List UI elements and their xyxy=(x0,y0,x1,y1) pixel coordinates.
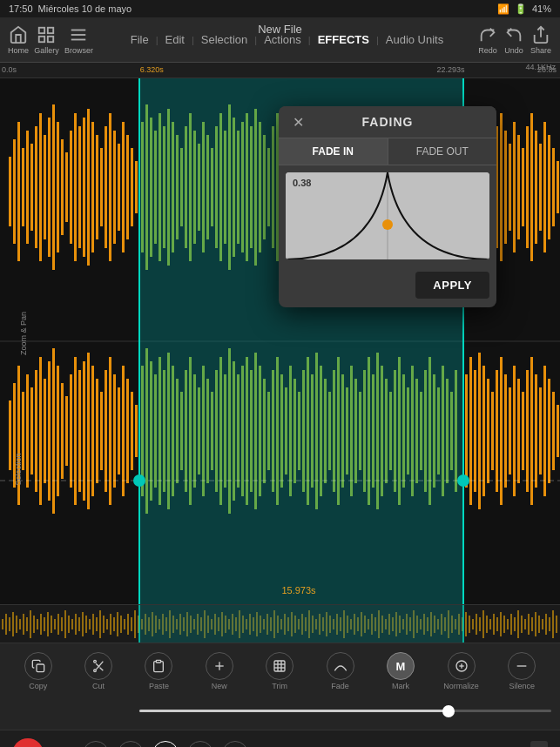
svg-rect-238 xyxy=(465,374,468,488)
svg-rect-420 xyxy=(524,619,526,629)
record-button[interactable] xyxy=(12,738,44,748)
svg-text:15.973s: 15.973s xyxy=(281,585,316,596)
svg-rect-244 xyxy=(491,392,494,470)
svg-rect-31 xyxy=(105,126,107,248)
redo-button[interactable]: Redo xyxy=(478,25,497,55)
svg-rect-287 xyxy=(61,617,63,631)
mark-label: Mark xyxy=(392,682,409,690)
rewind2-button[interactable]: « xyxy=(83,741,109,748)
share-button[interactable]: Share xyxy=(530,25,551,55)
nav-icons: Home Gallery Browser xyxy=(0,25,96,55)
tool-normalize[interactable]: Normalize xyxy=(443,652,479,690)
file-title: New File xyxy=(258,23,302,36)
svg-rect-15 xyxy=(35,126,37,248)
fade-out-tab[interactable]: FADE OUT xyxy=(388,138,497,165)
svg-rect-133 xyxy=(557,161,559,213)
mini-waveform[interactable] xyxy=(0,604,560,643)
stop-button[interactable]: ■ xyxy=(187,741,213,748)
svg-rect-132 xyxy=(552,148,555,226)
svg-rect-276 xyxy=(23,614,24,635)
share-label: Share xyxy=(530,46,551,55)
svg-rect-19 xyxy=(52,104,55,270)
nav-gallery-label: Gallery xyxy=(34,46,59,55)
svg-rect-10 xyxy=(13,139,16,244)
svg-rect-308 xyxy=(134,610,136,638)
tool-new[interactable]: New xyxy=(202,652,237,690)
tool-mark[interactable]: M Mark xyxy=(383,652,418,690)
tool-silence[interactable]: Silence xyxy=(504,652,539,690)
menu-edit[interactable]: Edit xyxy=(162,31,188,48)
tool-fade[interactable]: Fade xyxy=(323,652,358,690)
svg-rect-426 xyxy=(545,614,547,635)
volume-slider[interactable] xyxy=(139,710,551,712)
time-display: 00m : 06s : 319 ▼ xyxy=(414,741,548,748)
fade-in-tab[interactable]: FADE IN xyxy=(279,138,388,165)
svg-rect-144 xyxy=(48,361,51,501)
fading-graph[interactable]: 0.38 xyxy=(286,172,489,259)
paste-label: Paste xyxy=(149,682,169,690)
tool-copy[interactable]: Copy xyxy=(21,652,56,690)
svg-rect-120 xyxy=(500,113,503,261)
menu-effects[interactable]: EFFECTS xyxy=(314,31,373,48)
copy-icon xyxy=(24,652,52,680)
svg-rect-259 xyxy=(557,405,559,457)
svg-rect-250 xyxy=(517,379,520,483)
svg-rect-433 xyxy=(37,664,44,672)
svg-rect-125 xyxy=(522,148,524,226)
nav-gallery[interactable]: Gallery xyxy=(34,25,59,55)
menu-audiounits[interactable]: Audio Units xyxy=(382,31,447,48)
mini-waveform-svg xyxy=(0,605,560,643)
svg-rect-152 xyxy=(83,361,85,501)
undo-button[interactable]: Undo xyxy=(504,25,523,55)
svg-rect-160 xyxy=(118,387,120,474)
waveform-area[interactable]: 0.0s 6.320s 22.293s 26.8s 44.1KHz Zoom &… xyxy=(0,63,560,604)
status-right: 📶 🔋 41% xyxy=(497,3,551,15)
svg-rect-416 xyxy=(510,614,512,635)
svg-rect-148 xyxy=(65,396,68,466)
svg-rect-158 xyxy=(109,357,111,505)
menu-selection[interactable]: Selection xyxy=(198,31,251,48)
svg-point-268 xyxy=(382,219,393,230)
svg-rect-406 xyxy=(476,614,477,635)
svg-rect-408 xyxy=(482,610,484,638)
svg-rect-279 xyxy=(33,616,35,633)
time-dropdown[interactable]: ▼ xyxy=(530,741,548,748)
nav-home-label: Home xyxy=(8,46,29,55)
svg-rect-417 xyxy=(514,617,516,631)
svg-rect-270 xyxy=(2,619,3,629)
forward-button[interactable]: » xyxy=(222,741,248,748)
bottom-controls: ON « ‹ ▶ ■ » 00m : 06s : 319 ▼ xyxy=(0,730,560,747)
apply-button[interactable]: APPLY xyxy=(415,272,489,299)
svg-rect-163 xyxy=(131,392,133,470)
svg-rect-153 xyxy=(87,353,90,509)
svg-rect-296 xyxy=(92,614,94,635)
svg-rect-253 xyxy=(530,357,533,505)
svg-rect-424 xyxy=(538,616,540,633)
svg-rect-245 xyxy=(496,370,498,492)
tool-cut[interactable]: Cut xyxy=(81,652,116,690)
rewind-button[interactable]: ‹ xyxy=(118,741,144,748)
svg-rect-16 xyxy=(39,113,42,261)
tool-trim[interactable]: Trim xyxy=(262,652,297,690)
svg-rect-29 xyxy=(96,135,98,239)
selection-label: Selection xyxy=(14,453,23,485)
svg-rect-271 xyxy=(5,614,7,635)
nav-browser[interactable]: Browser xyxy=(64,25,93,55)
volume-thumb[interactable] xyxy=(442,705,455,717)
undo-label: Undo xyxy=(504,46,523,55)
svg-rect-0 xyxy=(39,27,44,32)
svg-rect-293 xyxy=(82,612,84,636)
fading-close-button[interactable]: ✕ xyxy=(287,111,308,132)
svg-rect-143 xyxy=(44,379,46,483)
tool-paste[interactable]: Paste xyxy=(141,652,176,690)
play-button[interactable]: ▶ xyxy=(152,741,179,748)
close-icon: ✕ xyxy=(293,114,304,131)
bottom-toolbar: Copy Cut Paste xyxy=(0,643,560,730)
svg-rect-2 xyxy=(39,36,44,41)
nav-home[interactable]: Home xyxy=(8,25,29,55)
svg-rect-123 xyxy=(513,122,516,252)
menu-file[interactable]: File xyxy=(127,31,152,48)
svg-rect-18 xyxy=(48,118,51,257)
svg-rect-251 xyxy=(522,392,524,470)
svg-rect-129 xyxy=(539,144,542,231)
